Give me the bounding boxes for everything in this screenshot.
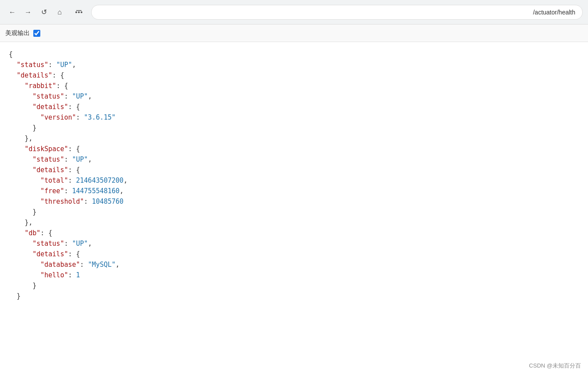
watermark-text: CSDN @未知百分百 (529, 362, 581, 369)
json-line: "details": { (9, 102, 579, 112)
json-content: { "status": "UP", "details": { "rabbit":… (0, 42, 588, 308)
json-line: "database": "MySQL", (9, 259, 579, 270)
json-line: "hello": 1 (9, 270, 579, 280)
json-line: "db": { (9, 228, 579, 238)
back-button[interactable]: ← (5, 5, 19, 19)
page-toolbar: 美观输出 (0, 25, 588, 42)
nav-buttons: ← → ↺ ⌂ (5, 5, 67, 19)
json-line: } (9, 123, 579, 133)
json-line: "diskSpace": { (9, 144, 579, 154)
json-line: "status": "UP", (9, 238, 579, 249)
json-line: "details": { (9, 165, 579, 175)
json-line: "details": { (9, 70, 579, 81)
json-line: "status": "UP", (9, 60, 579, 70)
json-line: "status": "UP", (9, 91, 579, 102)
refresh-button[interactable]: ↺ (37, 5, 51, 19)
browser-toolbar: ← → ↺ ⌂ /actuator/health (0, 0, 588, 25)
forward-button[interactable]: → (21, 5, 35, 19)
json-line: } (9, 280, 579, 291)
pretty-print-checkbox[interactable] (33, 30, 40, 37)
json-line: }, (9, 133, 579, 144)
pretty-print-label: 美观输出 (5, 29, 30, 37)
json-line: "threshold": 10485760 (9, 196, 579, 207)
url-display: /actuator/health (99, 9, 575, 16)
svg-point-1 (78, 11, 80, 13)
svg-point-2 (81, 11, 82, 13)
home-button[interactable]: ⌂ (53, 5, 67, 19)
svg-point-0 (75, 11, 77, 13)
json-line: } (9, 207, 579, 217)
json-line: "rabbit": { (9, 81, 579, 91)
json-line: "version": "3.6.15" (9, 112, 579, 123)
tab-control-button[interactable] (72, 5, 86, 19)
json-line: "total": 214643507200, (9, 175, 579, 186)
pretty-print-checkbox-wrapper[interactable] (33, 30, 40, 37)
json-line: { (9, 49, 579, 60)
tab-control-icon (74, 8, 83, 17)
watermark: CSDN @未知百分百 (529, 362, 581, 370)
json-line: }, (9, 217, 579, 228)
json-line: "details": { (9, 249, 579, 259)
json-line: } (9, 291, 579, 301)
address-bar[interactable]: /actuator/health (91, 5, 583, 20)
json-line-free: "free": 144755548160, (9, 186, 579, 196)
json-line: "status": "UP", (9, 154, 579, 165)
